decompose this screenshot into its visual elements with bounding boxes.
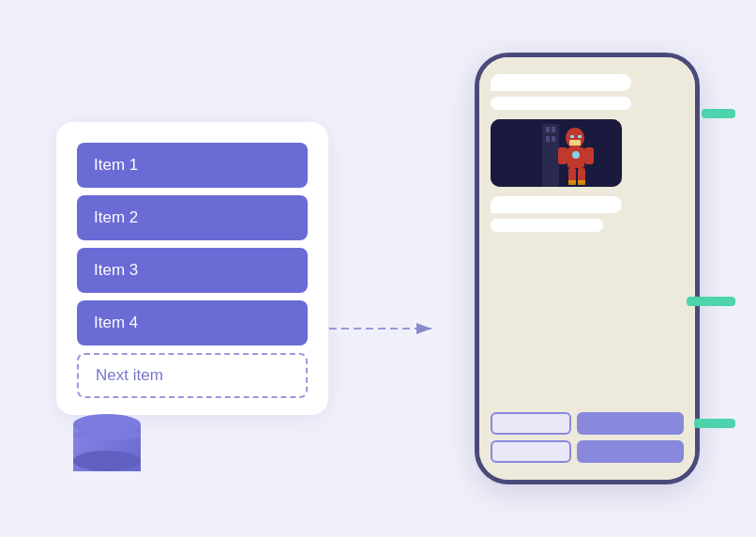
indicator-pill-3	[694, 419, 735, 428]
btn-right-1[interactable]	[577, 412, 684, 435]
ironman-image	[491, 119, 622, 187]
phone-screen	[479, 57, 695, 480]
list-item-1[interactable]: Item 1	[77, 143, 308, 188]
btn-row-1	[491, 412, 684, 435]
chat-bubble-sub-2	[491, 219, 603, 232]
btn-left-1[interactable]	[491, 412, 571, 435]
phone-mockup	[475, 53, 700, 484]
svg-rect-10	[570, 135, 574, 138]
indicator-pill-2	[687, 297, 735, 306]
list-item-2[interactable]: Item 2	[77, 195, 308, 240]
chat-bubble-sub-1	[491, 97, 631, 110]
svg-rect-14	[558, 147, 567, 164]
svg-point-13	[572, 151, 580, 159]
svg-rect-5	[552, 127, 555, 132]
svg-rect-9	[569, 140, 581, 146]
indicator-pill-1	[702, 109, 735, 118]
list-item-4[interactable]: Item 4	[77, 300, 308, 345]
phone-body	[475, 53, 700, 484]
button-rows	[491, 412, 684, 463]
chat-bubble-text-1	[491, 74, 631, 91]
btn-right-2[interactable]	[577, 440, 684, 463]
btn-left-2[interactable]	[491, 440, 571, 463]
main-scene: Item 1 Item 2 Item 3 Item 4 Next item	[0, 0, 756, 537]
next-item-placeholder: Next item	[77, 353, 308, 398]
svg-rect-6	[546, 136, 550, 142]
list-item-3[interactable]: Item 3	[77, 248, 308, 293]
svg-rect-7	[552, 136, 555, 142]
btn-row-2	[491, 440, 684, 463]
svg-rect-4	[546, 127, 550, 132]
database-icon	[73, 414, 141, 471]
svg-rect-15	[584, 147, 594, 164]
svg-rect-19	[578, 180, 585, 185]
list-card: Item 1 Item 2 Item 3 Item 4 Next item	[56, 122, 328, 415]
svg-rect-18	[568, 180, 576, 185]
svg-rect-3	[542, 124, 559, 187]
svg-rect-11	[578, 135, 582, 138]
chat-bubble-text-2	[491, 196, 622, 213]
chat-bubble-image	[491, 119, 622, 187]
